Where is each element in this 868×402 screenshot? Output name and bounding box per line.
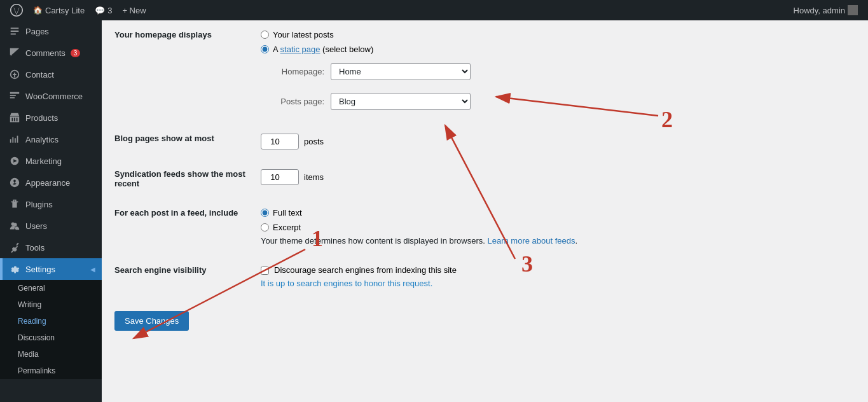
comments-button[interactable]: 💬 3 (90, 0, 117, 20)
submenu-item-reading[interactable]: Reading (0, 313, 102, 329)
sidebar-item-users-label: Users (25, 221, 47, 231)
avatar (848, 5, 858, 15)
homepage-displays-label: Your homepage displays (114, 30, 212, 39)
site-name-button[interactable]: 🏠 Cartsy Lite (28, 0, 90, 20)
submenu-item-discussion[interactable]: Discussion (0, 329, 102, 346)
sidebar-item-contact-label: Contact (25, 70, 54, 80)
submenu-item-general[interactable]: General (0, 280, 102, 296)
feed-full-text-radio[interactable] (261, 209, 269, 217)
homepage-displays-row: Your homepage displays Your latest posts… (114, 20, 855, 124)
search-visibility-row: Search engine visibility Discourage sear… (114, 256, 855, 298)
comments-badge: 3 (71, 49, 81, 57)
feed-info-text: Your theme determines how content is dis… (261, 236, 849, 246)
sidebar-item-tools-label: Tools (25, 243, 45, 253)
search-visibility-note: It is up to search engines to honor this… (261, 279, 849, 288)
sidebar-item-analytics-label: Analytics (25, 135, 59, 144)
sidebar-item-settings-label: Settings (25, 265, 55, 274)
marketing-icon (9, 155, 20, 167)
new-label: + New (122, 6, 146, 15)
search-visibility-check-label[interactable]: Discourage search engines from indexing … (274, 265, 457, 275)
wp-logo-button[interactable] (5, 0, 28, 20)
search-visibility-checkbox[interactable] (261, 267, 269, 275)
admin-bar: 🏠 Cartsy Lite 💬 3 + New Howdy, admin (0, 0, 868, 20)
homepage-radio-group: Your latest posts A static page (select … (261, 30, 849, 114)
products-icon (9, 112, 20, 123)
submenu-discussion-label: Discussion (18, 333, 55, 342)
sidebar-item-plugins[interactable]: Plugins (0, 193, 102, 215)
main-content: Your homepage displays Your latest posts… (102, 20, 868, 402)
submenu-writing-label: Writing (18, 300, 41, 309)
search-visibility-check-row: Discourage search engines from indexing … (261, 265, 849, 275)
save-section: Save Changes (114, 298, 855, 331)
save-changes-button[interactable]: Save Changes (114, 311, 189, 331)
sidebar-item-comments-label: Comments (25, 48, 65, 58)
posts-page-select[interactable]: Blog Home About Contact (331, 93, 471, 110)
static-page-label: A static page (select below) (273, 45, 373, 54)
posts-page-dropdown-row: Posts page: Blog Home About Contact (273, 93, 849, 110)
sidebar-item-marketing-label: Marketing (25, 156, 62, 166)
sidebar-item-plugins-label: Plugins (25, 200, 53, 209)
sidebar-item-products[interactable]: Products (0, 107, 102, 128)
sidebar-item-analytics[interactable]: Analytics (0, 128, 102, 150)
sidebar-item-marketing[interactable]: Marketing (0, 150, 102, 172)
latest-posts-radio[interactable] (261, 31, 269, 39)
homepage-select[interactable]: Home About Contact Blog (331, 63, 471, 80)
latest-posts-label[interactable]: Your latest posts (273, 30, 334, 39)
submenu-reading-label: Reading (18, 317, 46, 326)
feed-excerpt-label[interactable]: Excerpt (273, 223, 301, 232)
site-name-label: Cartsy Lite (45, 6, 85, 15)
feed-include-label: For each post in a feed, include (114, 208, 238, 218)
blog-pages-suffix: posts (304, 137, 324, 146)
sidebar-item-tools[interactable]: Tools (0, 237, 102, 258)
settings-submenu: General Writing Reading Discussion Media… (0, 280, 102, 379)
sidebar-item-woocommerce[interactable]: WooCommerce (0, 85, 102, 107)
blog-pages-number-row: posts (261, 134, 849, 149)
syndication-suffix: items (304, 172, 324, 182)
feed-excerpt-radio[interactable] (261, 223, 269, 232)
pages-icon (9, 25, 20, 37)
submenu-item-permalinks[interactable]: Permalinks (0, 363, 102, 379)
settings-icon (9, 263, 20, 275)
learn-more-feeds-link[interactable]: Learn more about feeds (488, 236, 575, 246)
submenu-general-label: General (18, 284, 45, 293)
settings-form-table: Your homepage displays Your latest posts… (114, 20, 855, 298)
syndication-input[interactable] (261, 169, 299, 185)
sidebar: Pages Comments 3 Contact WooCommerce Pro… (0, 20, 102, 402)
submenu-item-writing[interactable]: Writing (0, 296, 102, 313)
contact-icon (9, 69, 20, 80)
tools-icon (9, 242, 20, 253)
appearance-icon (9, 177, 20, 188)
howdy-section: Howdy, admin (789, 5, 863, 15)
static-page-suffix: (select below) (322, 45, 373, 54)
blog-pages-input[interactable] (261, 134, 299, 149)
sidebar-item-woocommerce-label: WooCommerce (25, 92, 83, 101)
posts-page-dropdown-label: Posts page: (273, 97, 324, 106)
submenu-permalinks-label: Permalinks (18, 366, 55, 375)
static-page-link[interactable]: static page (280, 45, 320, 54)
syndication-label: Syndication feeds show the most recent (114, 169, 245, 188)
blog-pages-row: Blog pages show at most posts (114, 124, 855, 160)
woo-icon (9, 90, 20, 102)
sidebar-item-pages[interactable]: Pages (0, 20, 102, 42)
homepage-dropdown-row: Homepage: Home About Contact Blog (273, 63, 849, 80)
syndication-row: Syndication feeds show the most recent i… (114, 160, 855, 198)
submenu-media-label: Media (18, 350, 39, 359)
latest-posts-radio-row: Your latest posts (261, 30, 849, 39)
sidebar-item-appearance[interactable]: Appearance (0, 172, 102, 193)
static-page-radio-row: A static page (select below) (261, 45, 849, 54)
sidebar-item-settings[interactable]: Settings ◀ (0, 258, 102, 280)
submenu-item-media[interactable]: Media (0, 346, 102, 363)
sidebar-item-contact[interactable]: Contact (0, 64, 102, 85)
static-page-radio[interactable] (261, 45, 269, 53)
new-button[interactable]: + New (117, 0, 151, 20)
syndication-number-row: items (261, 169, 849, 185)
wp-logo-icon (10, 4, 23, 17)
feed-include-row: For each post in a feed, include Full te… (114, 198, 855, 256)
comments-count: 3 (107, 6, 112, 15)
comments-icon (9, 47, 20, 59)
sidebar-item-comments[interactable]: Comments 3 (0, 42, 102, 64)
sidebar-item-users[interactable]: Users (0, 215, 102, 237)
users-icon (9, 220, 20, 232)
feed-full-text-label[interactable]: Full text (273, 208, 302, 218)
search-visibility-label: Search engine visibility (114, 265, 207, 275)
